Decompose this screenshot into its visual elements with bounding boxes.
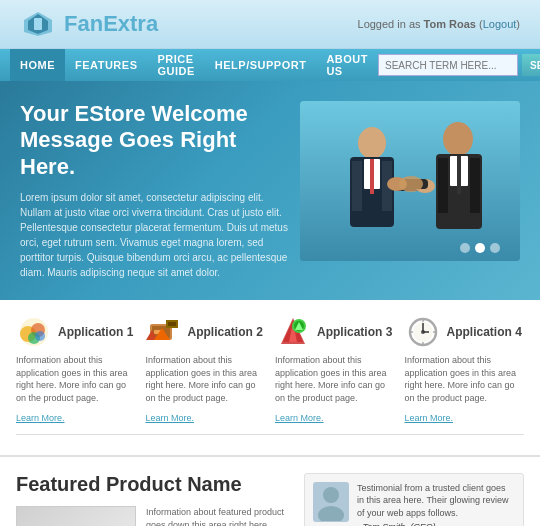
- testimonial-1-avatar: [313, 482, 349, 522]
- app-4-header: Application 4: [405, 316, 525, 348]
- user-name: Tom Roas: [424, 18, 476, 30]
- logo-extra: Extra: [103, 11, 158, 36]
- hero-section: Your EStore Welcome Message Goes Right H…: [0, 81, 540, 300]
- featured-section: Featured Product Name FanExtra Informati…: [0, 455, 540, 526]
- nav-item-price-guide[interactable]: PRICE GUIDE: [147, 49, 204, 81]
- logged-in-label: Logged in as: [358, 18, 424, 30]
- search-input[interactable]: [378, 54, 518, 76]
- app-3-title: Application 3: [317, 325, 392, 339]
- svg-point-52: [318, 506, 344, 521]
- app-1-title: Application 1: [58, 325, 133, 339]
- app-item-2: Application 2 Information about this app…: [146, 316, 266, 423]
- logo: FanExtra: [20, 10, 158, 38]
- nav-item-home[interactable]: HOME: [10, 49, 65, 81]
- search-box: SEARCH: [378, 54, 540, 76]
- svg-rect-9: [370, 159, 374, 194]
- app-1-desc: Information about this application goes …: [16, 354, 136, 404]
- testimonial-1-text: Testimonial from a trusted client goes i…: [357, 482, 515, 520]
- app-4-title: Application 4: [447, 325, 522, 339]
- app-4-desc: Information about this application goes …: [405, 354, 525, 404]
- login-info: Logged in as Tom Roas (Logout): [358, 18, 520, 30]
- app-1-icon: [16, 316, 52, 348]
- featured-product-image: FanExtra: [16, 506, 136, 526]
- logout-link[interactable]: Logout: [483, 18, 517, 30]
- svg-rect-15: [470, 158, 480, 213]
- featured-title: Featured Product Name: [16, 473, 288, 496]
- svg-point-12: [443, 122, 473, 156]
- logo-fan: Fan: [64, 11, 103, 36]
- nav-item-features[interactable]: FEATURES: [65, 49, 147, 81]
- hero-illustration: [300, 101, 520, 261]
- svg-rect-29: [168, 322, 176, 326]
- app-1-learn-more[interactable]: Learn More.: [16, 413, 65, 423]
- app-1-header: Application 1: [16, 316, 136, 348]
- featured-right: Testimonial from a trusted client goes i…: [304, 473, 524, 526]
- header: FanExtra Logged in as Tom Roas (Logout): [0, 0, 540, 49]
- navigation: HOME FEATURES PRICE GUIDE HELP/SUPPORT A…: [0, 49, 540, 81]
- svg-rect-17: [457, 156, 461, 194]
- hero-title: Your EStore Welcome Message Goes Right H…: [20, 101, 290, 180]
- apps-grid: Application 1 Information about this app…: [16, 316, 524, 423]
- app-4-icon: [405, 316, 441, 348]
- divider: [16, 434, 524, 435]
- applications-section: Application 1 Information about this app…: [0, 300, 540, 454]
- nav-item-help-support[interactable]: HELP/SUPPORT: [205, 49, 317, 81]
- dot-3[interactable]: [490, 243, 500, 253]
- app-2-title: Application 2: [188, 325, 263, 339]
- logo-text: FanExtra: [64, 11, 158, 37]
- hero-dots: [460, 243, 500, 253]
- app-item-3: Application 3 Information about this app…: [275, 316, 395, 423]
- testimonial-1-content: Testimonial from a trusted client goes i…: [357, 482, 515, 526]
- testimonial-1-author: - Tom Smith, (CEO): [357, 522, 515, 526]
- svg-rect-6: [352, 161, 362, 211]
- app-2-learn-more[interactable]: Learn More.: [146, 413, 195, 423]
- hero-text: Your EStore Welcome Message Goes Right H…: [20, 101, 300, 280]
- avatar-1-icon: [314, 483, 348, 521]
- hero-body: Lorem ipsum dolor sit amet, consectetur …: [20, 190, 290, 280]
- logo-icon: [20, 10, 56, 38]
- svg-point-25: [35, 331, 45, 341]
- app-4-learn-more[interactable]: Learn More.: [405, 413, 454, 423]
- featured-desc: Information about featured product goes …: [146, 506, 288, 526]
- app-2-header: Application 2: [146, 316, 266, 348]
- featured-left: Featured Product Name FanExtra Informati…: [16, 473, 288, 526]
- svg-point-20: [399, 176, 423, 192]
- app-3-desc: Information about this application goes …: [275, 354, 395, 404]
- app-3-icon: [275, 316, 311, 348]
- svg-rect-2: [34, 18, 42, 30]
- svg-point-4: [358, 127, 386, 159]
- app-item-1: Application 1 Information about this app…: [16, 316, 136, 423]
- app-3-header: Application 3: [275, 316, 395, 348]
- app-2-icon: [146, 316, 182, 348]
- app-item-4: Application 4 Information about this app…: [405, 316, 525, 423]
- app-3-learn-more[interactable]: Learn More.: [275, 413, 324, 423]
- nav-item-about-us[interactable]: ABOUT US: [316, 49, 378, 81]
- hero-image: [300, 101, 520, 261]
- dot-2[interactable]: [475, 243, 485, 253]
- svg-rect-14: [438, 158, 448, 213]
- app-2-desc: Information about this application goes …: [146, 354, 266, 404]
- dot-1[interactable]: [460, 243, 470, 253]
- testimonial-1: Testimonial from a trusted client goes i…: [304, 473, 524, 526]
- search-button[interactable]: SEARCH: [522, 54, 540, 76]
- svg-point-51: [323, 487, 339, 503]
